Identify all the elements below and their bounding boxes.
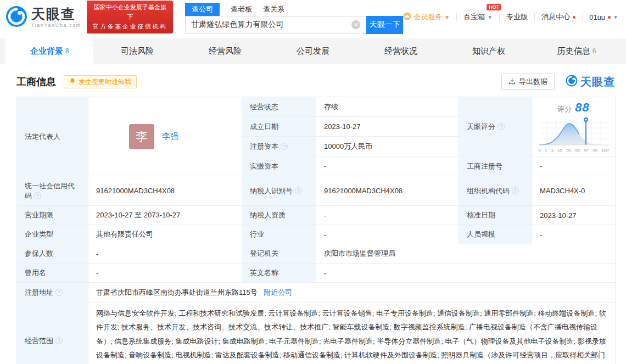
score-value: 88 <box>575 100 589 114</box>
field-value-est-date: 2023-10-27 <box>316 117 459 137</box>
field-label-staff-size: 人员规模 <box>459 225 532 244</box>
field-value-legal-rep: 李 李强 <box>88 97 242 176</box>
tianyancha-logo[interactable]: 天眼查 TianYanCha.com <box>5 5 81 30</box>
tab-operation-risk[interactable]: 经营风险 <box>181 38 269 64</box>
chevron-down-icon: ▼ <box>613 14 618 20</box>
top-header: 天眼查 TianYanCha.com 国家中小企业发展子基金旗下 官方备案企业征… <box>0 0 626 34</box>
tab-company-background[interactable]: 企业背景8 <box>5 38 93 64</box>
help-icon[interactable]: ? <box>34 192 41 199</box>
field-label-registry: 登记机关 <box>242 244 316 264</box>
search-tab-boss[interactable]: 查老板 <box>231 3 252 16</box>
watermark-logo: 天眼查 <box>566 75 615 89</box>
field-label-former-name: 曾用名 <box>17 264 88 283</box>
field-value-reg-no: - <box>532 156 616 176</box>
notify-label: 发生变更时通知我 <box>79 77 131 87</box>
field-label-taxpayer-quality: 纳税人资质 <box>242 206 316 225</box>
field-label-reg-capital: 注册资本? <box>242 137 316 156</box>
help-icon[interactable]: ? <box>512 187 519 194</box>
search-input[interactable] <box>186 20 351 29</box>
help-icon[interactable]: ? <box>55 337 63 344</box>
tab-intellectual-property[interactable]: 知识产权 <box>445 38 533 64</box>
field-label-approval-date: 核准日期 <box>459 206 532 225</box>
search-tab-relation[interactable]: 查关系 <box>263 3 284 16</box>
score-distribution-chart <box>539 116 609 147</box>
divider <box>582 13 583 21</box>
field-label-english-name: 英文名称 <box>242 264 316 283</box>
tab-label: 司法风险 <box>121 46 154 57</box>
help-icon[interactable]: ? <box>281 143 288 150</box>
tab-label: 经营风险 <box>209 46 242 57</box>
message-center-link[interactable]: 消息中心 <box>541 12 575 22</box>
field-value-org-code: MAD3CH4X-0 <box>532 176 616 206</box>
vip-service-menu[interactable]: 会员服务 ▼ <box>403 12 450 22</box>
field-value-credit-code: 91621000MAD3CH4X08 <box>88 176 242 206</box>
divider <box>456 13 457 21</box>
tab-label: 历史信息 <box>557 46 590 57</box>
section-header: 工商信息 发生变更时通知我 导出数据 天眼查 <box>16 74 615 90</box>
field-value-reg-capital: 10000万人民币 <box>316 137 459 156</box>
notification-dot <box>573 16 575 19</box>
field-label-org-code: 组织机构代码? <box>459 176 532 206</box>
score-axis-labels: 013 155085 9799100 <box>539 148 609 153</box>
help-icon[interactable]: ? <box>498 123 505 130</box>
top-menu: 会员服务 ▼ HOT 百宝箱 ▼ 专业版 消息中心 01uu ▼ <box>403 12 618 22</box>
badge-line1: 国家中小企业发展子基金旗下 <box>91 3 169 21</box>
search-area: 查公司 查老板 查关系 ✕ 天眼一下 <box>185 3 403 34</box>
field-value-paid-capital: - <box>316 156 459 176</box>
nearby-companies-link[interactable]: 附近公司 <box>264 288 292 296</box>
field-value-status: 存续 <box>316 97 459 117</box>
field-value-term: 2023-10-27 至 2073-10-27 <box>88 206 242 225</box>
clear-search-icon[interactable]: ✕ <box>351 20 360 29</box>
export-data-button[interactable]: 导出数据 <box>501 74 555 90</box>
field-value-taxpayer-id: 91621000MAD3CH4X08 <box>316 176 459 206</box>
section-title: 工商信息 <box>16 75 56 88</box>
vip-service-label: 会员服务 <box>413 12 442 22</box>
tab-company-development[interactable]: 公司发展 <box>269 38 357 64</box>
legal-rep-avatar[interactable]: 李 <box>129 124 154 149</box>
field-value-company-type: 其他有限责任公司 <box>88 225 242 244</box>
username-label: 01uu <box>589 13 605 21</box>
field-label-status: 经营状态 <box>242 97 316 117</box>
download-icon <box>508 77 516 86</box>
tab-count: 8 <box>65 47 69 55</box>
field-label-legal-rep: 法定代表人 <box>17 97 88 176</box>
tianyancha-eye-icon <box>566 75 578 89</box>
tianyancha-eye-icon <box>5 5 27 30</box>
tab-operation-status[interactable]: 经营状况 <box>357 38 445 64</box>
watermark-text: 天眼查 <box>580 75 615 89</box>
tab-history-info[interactable]: 历史信息6 <box>533 38 621 64</box>
field-label-paid-capital: 实缴资本 <box>242 156 316 176</box>
field-label-insured: 参保人数 <box>17 244 88 264</box>
user-account-menu[interactable]: 01uu ▼ <box>589 13 618 21</box>
tab-count: 6 <box>593 47 596 55</box>
tab-label: 知识产权 <box>472 46 505 57</box>
help-icon[interactable]: ? <box>55 289 63 296</box>
score-widget[interactable]: 评分88 <box>536 99 611 154</box>
brand-domain: TianYanCha.com <box>31 23 81 28</box>
bell-icon <box>69 78 76 86</box>
pro-version-label: 专业版 <box>506 12 528 22</box>
help-icon[interactable]: ? <box>295 187 302 194</box>
field-value-business-scope: 网络与信息安全软件开发; 工程和技术研究和试验发展; 云计算设备制造; 云计算设… <box>88 303 616 364</box>
crown-icon <box>403 12 411 22</box>
business-info-table: 法定代表人 李 李强 经营状态 存续 天眼评分? 评分88 <box>16 97 616 364</box>
search-tab-company[interactable]: 查公司 <box>185 3 220 16</box>
message-center-label: 消息中心 <box>541 12 570 22</box>
chevron-down-icon: ▼ <box>444 14 450 20</box>
notify-on-change-button[interactable]: 发生变更时通知我 <box>64 75 137 88</box>
pro-version-link[interactable]: 专业版 <box>506 12 528 22</box>
search-tabs: 查公司 查老板 查关系 <box>185 3 403 16</box>
field-value-registry: 庆阳市市场监督管理局 <box>316 244 616 264</box>
tyc-score-cell: 评分88 <box>532 97 616 156</box>
toolbox-menu[interactable]: HOT 百宝箱 ▼ <box>463 12 493 22</box>
divider <box>534 13 535 21</box>
legal-rep-link[interactable]: 李强 <box>162 131 178 142</box>
search-button[interactable]: 天眼一下 <box>366 16 403 34</box>
address-text: 甘肃省庆阳市西峰区南街办事处街道兰州东路115号 <box>96 288 258 296</box>
company-section-nav: 企业背景8 司法风险 经营风险 公司发展 经营状况 知识产权 历史信息6 <box>0 38 626 64</box>
field-value-staff-size: - <box>532 225 616 244</box>
field-label-taxpayer-id: 纳税人识别号? <box>242 176 316 206</box>
field-value-approval-date: 2023-10-27 <box>532 206 616 225</box>
field-label-est-date: 成立日期 <box>242 117 316 137</box>
tab-judicial-risk[interactable]: 司法风险 <box>93 38 181 64</box>
